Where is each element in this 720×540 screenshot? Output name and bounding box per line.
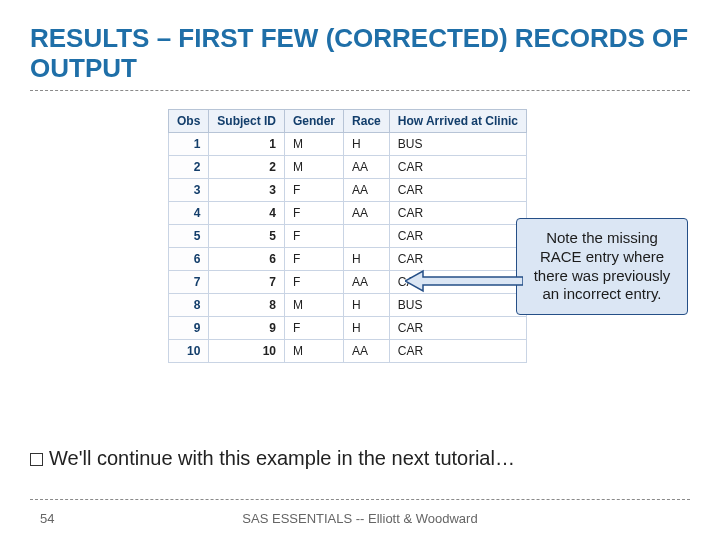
cell-gender: M (285, 132, 344, 155)
cell-race (344, 224, 390, 247)
table-header-row: Obs Subject ID Gender Race How Arrived a… (169, 109, 527, 132)
cell-subject: 7 (209, 270, 285, 293)
cell-arrived: CAR (389, 316, 526, 339)
cell-race: H (344, 247, 390, 270)
cell-subject: 9 (209, 316, 285, 339)
cell-arrived: BUS (389, 132, 526, 155)
slide-title: RESULTS – FIRST FEW (CORRECTED) RECORDS … (30, 24, 690, 84)
cell-obs: 2 (169, 155, 209, 178)
table-row: 44FAACAR (169, 201, 527, 224)
table-row: 11MHBUS (169, 132, 527, 155)
col-arrived: How Arrived at Clinic (389, 109, 526, 132)
cell-race: AA (344, 270, 390, 293)
cell-subject: 3 (209, 178, 285, 201)
cell-race: H (344, 132, 390, 155)
cell-gender: F (285, 270, 344, 293)
col-subject: Subject ID (209, 109, 285, 132)
cell-race: AA (344, 201, 390, 224)
cell-obs: 8 (169, 293, 209, 316)
footer-credit: SAS ESSENTIALS -- Elliott & Woodward (0, 511, 720, 526)
cell-race: AA (344, 178, 390, 201)
cell-race: H (344, 293, 390, 316)
title-divider (30, 90, 690, 91)
annotation-callout: Note the missing RACE entry where there … (516, 218, 688, 315)
cell-gender: F (285, 224, 344, 247)
cell-subject: 2 (209, 155, 285, 178)
cell-race: AA (344, 339, 390, 362)
cell-obs: 6 (169, 247, 209, 270)
col-race: Race (344, 109, 390, 132)
cell-arrived: CAR (389, 178, 526, 201)
cell-subject: 8 (209, 293, 285, 316)
cell-subject: 10 (209, 339, 285, 362)
cell-obs: 7 (169, 270, 209, 293)
cell-obs: 4 (169, 201, 209, 224)
table-row: 55FCAR (169, 224, 527, 247)
cell-arrived: CAR (389, 224, 526, 247)
cell-gender: M (285, 155, 344, 178)
continuation-text: We'll continue with this example in the … (49, 447, 515, 469)
bullet-box-icon (30, 453, 43, 466)
cell-gender: F (285, 201, 344, 224)
cell-obs: 9 (169, 316, 209, 339)
cell-arrived: CAR (389, 155, 526, 178)
results-table: Obs Subject ID Gender Race How Arrived a… (168, 109, 527, 363)
table-row: 33FAACAR (169, 178, 527, 201)
svg-marker-0 (405, 271, 523, 291)
footer-divider (30, 499, 690, 500)
cell-obs: 1 (169, 132, 209, 155)
cell-obs: 3 (169, 178, 209, 201)
cell-obs: 5 (169, 224, 209, 247)
callout-text: Note the missing RACE entry where there … (534, 229, 671, 302)
cell-gender: F (285, 247, 344, 270)
cell-subject: 4 (209, 201, 285, 224)
table-row: 1010MAACAR (169, 339, 527, 362)
continuation-bullet: We'll continue with this example in the … (30, 447, 690, 470)
cell-obs: 10 (169, 339, 209, 362)
cell-gender: F (285, 178, 344, 201)
callout-pointer-icon (405, 267, 523, 303)
cell-gender: M (285, 339, 344, 362)
cell-arrived: CAR (389, 201, 526, 224)
cell-subject: 6 (209, 247, 285, 270)
col-obs: Obs (169, 109, 209, 132)
cell-arrived: CAR (389, 339, 526, 362)
cell-subject: 5 (209, 224, 285, 247)
cell-subject: 1 (209, 132, 285, 155)
table-row: 22MAACAR (169, 155, 527, 178)
col-gender: Gender (285, 109, 344, 132)
cell-race: AA (344, 155, 390, 178)
cell-gender: F (285, 316, 344, 339)
cell-race: H (344, 316, 390, 339)
table-row: 99FHCAR (169, 316, 527, 339)
cell-gender: M (285, 293, 344, 316)
